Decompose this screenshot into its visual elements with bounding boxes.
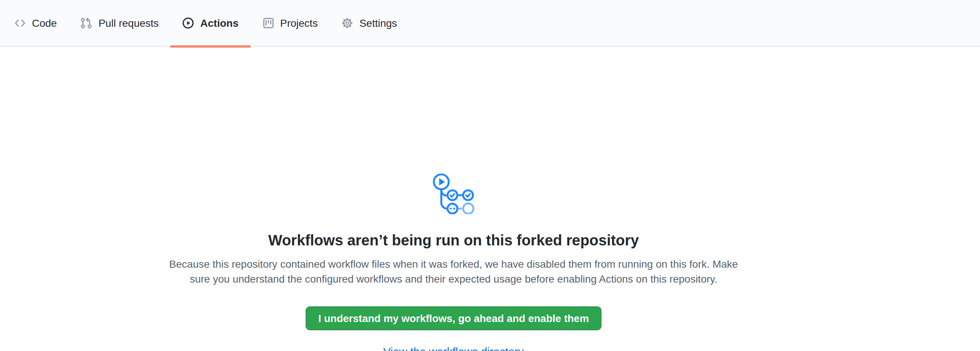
- repo-tab-bar: Code Pull requests Actions: [0, 0, 980, 47]
- tab-code[interactable]: Code: [2, 0, 69, 46]
- tab-pull-requests[interactable]: Pull requests: [69, 0, 171, 46]
- tab-projects-label: Projects: [280, 0, 318, 46]
- tab-actions-label: Actions: [200, 0, 239, 46]
- tab-settings[interactable]: Settings: [330, 0, 409, 46]
- blankslate-description: Because this repository contained workfl…: [0, 257, 907, 286]
- code-icon: [14, 17, 26, 29]
- link-row: View the workflows directory: [0, 343, 907, 351]
- enable-workflows-button[interactable]: I understand my workflows, go ahead and …: [305, 307, 601, 330]
- tab-actions[interactable]: Actions: [171, 0, 251, 46]
- tab-code-label: Code: [32, 0, 57, 46]
- actions-blankslate: Workflows aren’t being run on this forke…: [0, 48, 980, 351]
- gear-icon: [342, 17, 353, 29]
- tab-pull-requests-label: Pull requests: [99, 0, 159, 46]
- page-root: Code Pull requests Actions: [0, 0, 980, 351]
- workflow-graph-icon: [433, 173, 474, 214]
- button-row: I understand my workflows, go ahead and …: [0, 307, 907, 330]
- play-circle-icon: [183, 17, 194, 29]
- description-line-2: sure you understand the configured workf…: [0, 272, 907, 286]
- project-icon: [262, 17, 274, 29]
- tab-projects[interactable]: Projects: [251, 0, 330, 46]
- page-title: Workflows aren’t being run on this forke…: [0, 229, 907, 251]
- tab-settings-label: Settings: [360, 0, 397, 46]
- description-line-1: Because this repository contained workfl…: [0, 257, 907, 272]
- view-workflows-directory-link[interactable]: View the workflows directory: [383, 345, 524, 351]
- git-pull-request-icon: [81, 17, 92, 29]
